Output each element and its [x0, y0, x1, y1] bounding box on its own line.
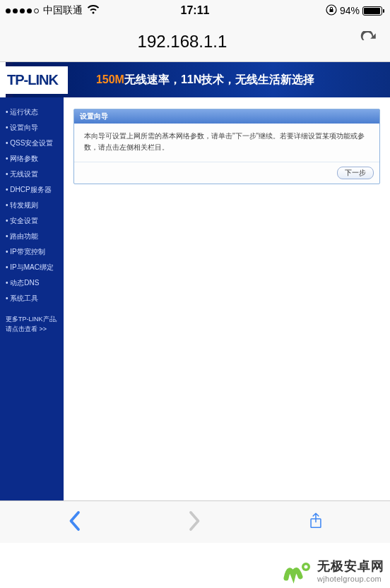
tplink-logo: TP-LINK — [0, 66, 68, 94]
chevron-right-icon — [188, 510, 202, 532]
status-right: 94% — [326, 4, 384, 18]
next-button[interactable]: 下一步 — [337, 167, 374, 179]
sidebar-menu: 运行状态 设置向导 QSS安全设置 网络参数 无线设置 DHCP服务器 转发规则… — [0, 97, 64, 542]
battery-icon — [362, 6, 384, 16]
sidebar-item-wizard[interactable]: 设置向导 — [0, 120, 64, 136]
content-area: 设置向导 本向导可设置上网所需的基本网络参数，请单击"下一步"继续。若要详细设置… — [64, 97, 390, 542]
url-field[interactable]: 192.168.1.1 — [8, 32, 356, 52]
watermark-cn: 无极安卓网 — [317, 558, 384, 575]
sidebar-footer[interactable]: 更多TP-LINK产品, 请点击查看 >> — [0, 306, 64, 337]
banner-highlight: 150M — [96, 73, 124, 85]
watermark-en: wjhotelgroup.com — [317, 575, 384, 583]
carrier-label: 中国联通 — [43, 4, 83, 17]
sidebar-item-dhcp[interactable]: DHCP服务器 — [0, 182, 64, 198]
share-icon — [309, 510, 323, 532]
banner-rest: 无线速率，11N技术，无线生活新选择 — [124, 73, 314, 85]
forward-button[interactable] — [188, 510, 202, 534]
sidebar-item-bandwidth[interactable]: IP带宽控制 — [0, 244, 64, 260]
wizard-title: 设置向导 — [74, 109, 379, 124]
wizard-footer: 下一步 — [74, 162, 379, 184]
sidebar-footer-line1: 更多TP-LINK产品, — [6, 315, 59, 325]
header-banner: TP-LINK 150M无线速率，11N技术，无线生活新选择 — [0, 62, 390, 97]
reload-icon — [360, 31, 378, 49]
watermark-logo-icon — [283, 556, 313, 585]
sidebar-item-ddns[interactable]: 动态DNS — [0, 275, 64, 291]
sidebar-item-systools[interactable]: 系统工具 — [0, 291, 64, 306]
sidebar-item-qss[interactable]: QSS安全设置 — [0, 136, 64, 151]
sidebar-item-ipmac[interactable]: IP与MAC绑定 — [0, 260, 64, 275]
sidebar-footer-line2: 请点击查看 >> — [6, 325, 59, 335]
wifi-icon — [87, 5, 100, 17]
signal-strength-icon — [6, 8, 39, 13]
watermark-text: 无极安卓网 wjhotelgroup.com — [317, 558, 384, 583]
sidebar-item-forwarding[interactable]: 转发规则 — [0, 198, 64, 213]
status-bar: 中国联通 17:11 94% — [0, 0, 390, 21]
sidebar-item-network[interactable]: 网络参数 — [0, 151, 64, 167]
sidebar-item-wireless[interactable]: 无线设置 — [0, 167, 64, 182]
clock-label: 17:11 — [181, 4, 210, 17]
status-left: 中国联通 — [6, 4, 100, 17]
browser-bottom-toolbar — [0, 500, 390, 543]
browser-address-bar: 192.168.1.1 — [0, 21, 390, 62]
setup-wizard-panel: 设置向导 本向导可设置上网所需的基本网络参数，请单击"下一步"继续。若要详细设置… — [73, 109, 380, 184]
sidebar-item-routing[interactable]: 路由功能 — [0, 229, 64, 244]
orientation-lock-icon — [326, 4, 337, 18]
battery-pct-label: 94% — [340, 5, 360, 16]
watermark: 无极安卓网 wjhotelgroup.com — [283, 556, 384, 585]
sidebar-item-status[interactable]: 运行状态 — [0, 104, 64, 120]
banner-text: 150M无线速率，11N技术，无线生活新选择 — [68, 73, 390, 88]
chevron-left-icon — [67, 510, 81, 532]
share-button[interactable] — [309, 510, 323, 534]
sidebar-item-security[interactable]: 安全设置 — [0, 213, 64, 229]
svg-point-3 — [305, 565, 308, 569]
router-admin-page: TP-LINK 150M无线速率，11N技术，无线生活新选择 运行状态 设置向导… — [0, 62, 390, 542]
wizard-body-text: 本向导可设置上网所需的基本网络参数，请单击"下一步"继续。若要详细设置某项功能或… — [74, 124, 379, 162]
reload-button[interactable] — [356, 31, 382, 52]
back-button[interactable] — [67, 510, 81, 534]
